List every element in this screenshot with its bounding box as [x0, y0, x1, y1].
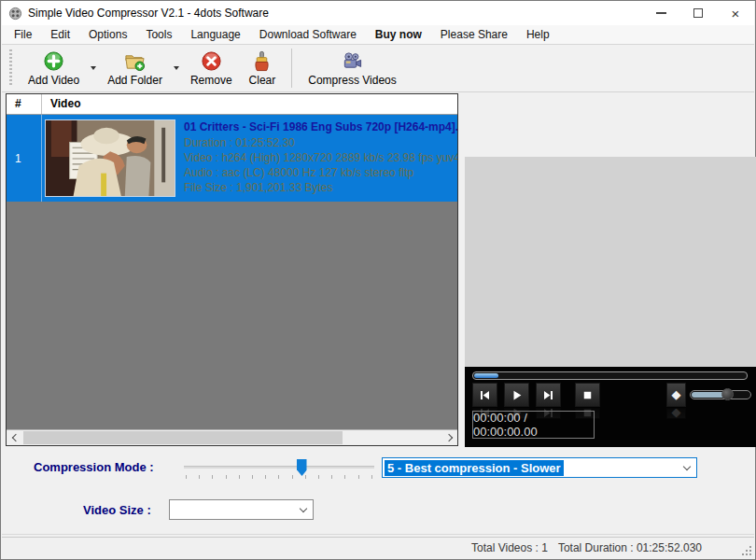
menu-download-software[interactable]: Download Software — [250, 25, 366, 45]
compression-slider-thumb[interactable] — [297, 459, 307, 476]
stop-icon — [581, 388, 595, 402]
speaker-icon: ◆ — [672, 383, 681, 407]
toolbar-grip[interactable] — [9, 49, 12, 87]
video-thumbnail — [45, 119, 175, 197]
skip-end-button[interactable] — [536, 383, 561, 407]
column-header-video[interactable]: Video — [42, 94, 80, 114]
compression-mode-select[interactable]: 5 - Best compression - Slower — [382, 457, 697, 478]
resize-grip-icon[interactable] — [742, 546, 751, 555]
skip-start-icon — [478, 388, 492, 402]
add-video-dropdown[interactable] — [88, 47, 99, 90]
mute-button: ◆ — [666, 408, 686, 419]
compress-videos-button[interactable]: Compress Videos — [300, 47, 405, 90]
clear-icon — [251, 50, 273, 72]
column-header-number[interactable]: # — [7, 94, 42, 114]
seek-progress — [474, 373, 498, 378]
dropdown-arrow-icon — [174, 66, 179, 70]
minimize-icon — [656, 12, 666, 14]
video-size-label: Video Size : — [83, 503, 151, 517]
volume-slider[interactable] — [690, 390, 751, 399]
menu-language[interactable]: Language — [181, 25, 249, 45]
add-folder-icon — [124, 50, 146, 72]
audio-stream-info: Audio : aac (LC) 48000 Hz 127 kb/s stere… — [184, 165, 457, 180]
clear-button[interactable]: Clear — [241, 47, 285, 90]
seek-bar[interactable] — [472, 371, 748, 380]
play-button[interactable] — [504, 383, 529, 407]
remove-button[interactable]: Remove — [182, 47, 241, 90]
menu-buy-now[interactable]: Buy now — [366, 25, 431, 45]
volume-controls: ◆ ◆ — [666, 383, 751, 419]
speaker-icon: ◆ — [672, 408, 681, 419]
skip-start-button[interactable] — [472, 383, 497, 407]
horizontal-scrollbar[interactable] — [7, 429, 457, 445]
maximize-icon — [693, 8, 703, 18]
skip-end-icon — [541, 388, 555, 402]
title-bar: Simple Video Compressor V2.1 - 4dots Sof… — [2, 1, 754, 25]
video-preview-area — [465, 157, 756, 367]
remove-icon — [201, 50, 222, 72]
add-video-icon — [43, 50, 64, 72]
maximize-button[interactable] — [679, 1, 717, 25]
video-list: # Video 1 — [6, 93, 458, 446]
status-total-duration: Total Duration : 01:25:52.030 — [558, 541, 702, 554]
mute-button[interactable]: ◆ — [666, 383, 686, 407]
toolbar-separator — [291, 49, 292, 88]
compression-slider[interactable] — [184, 457, 374, 483]
chevron-right-icon — [444, 434, 452, 441]
scroll-right-button[interactable] — [441, 430, 457, 445]
add-video-button[interactable]: Add Video — [20, 47, 88, 90]
menu-file[interactable]: File — [5, 25, 41, 45]
menu-options[interactable]: Options — [79, 25, 136, 45]
video-duration: Duration : 01:25:52.30 — [184, 135, 457, 150]
video-row-info: 01 Critters - Sci-Fi 1986 Eng Subs 720p … — [177, 115, 457, 202]
video-row[interactable]: 1 — [7, 115, 457, 202]
scroll-left-button[interactable] — [7, 430, 22, 445]
video-title: 01 Critters - Sci-Fi 1986 Eng Subs 720p … — [184, 120, 457, 133]
menu-tools[interactable]: Tools — [136, 25, 181, 45]
menu-help[interactable]: Help — [517, 25, 559, 45]
close-button[interactable]: × — [717, 1, 754, 25]
stop-button[interactable] — [575, 383, 600, 407]
play-icon — [510, 388, 524, 402]
compress-videos-label: Compress Videos — [308, 74, 397, 87]
media-player: ◆ ◆ 00:00:00 / 00:00:00.00 — [465, 367, 756, 447]
status-bar: Total Videos : 1 Total Duration : 01:25:… — [2, 537, 754, 558]
compression-slider-ticks — [186, 475, 372, 479]
video-list-header: # Video — [7, 94, 457, 115]
chevron-down-icon — [683, 463, 691, 470]
dropdown-arrow-icon — [91, 66, 96, 70]
close-icon: × — [732, 7, 740, 21]
video-size-select[interactable] — [169, 499, 314, 520]
minimize-button[interactable] — [642, 1, 679, 25]
remove-label: Remove — [190, 74, 232, 87]
volume-thumb[interactable] — [721, 388, 734, 400]
menu-please-share[interactable]: Please Share — [431, 25, 517, 45]
compression-mode-value: 5 - Best compression - Slower — [385, 460, 564, 476]
window-title: Simple Video Compressor V2.1 - 4dots Sof… — [28, 7, 269, 20]
video-row-number: 1 — [7, 115, 42, 202]
status-separator — [2, 534, 754, 535]
menu-bar: File Edit Options Tools Language Downloa… — [2, 25, 754, 45]
compression-mode-label: Compression Mode : — [34, 460, 154, 474]
app-icon — [8, 7, 22, 21]
clear-label: Clear — [249, 74, 276, 87]
toolbar: Add Video Add Folder Remove — [2, 45, 754, 92]
compress-videos-icon — [342, 50, 363, 72]
chevron-left-icon — [11, 434, 19, 441]
add-folder-button[interactable]: Add Folder — [99, 47, 171, 90]
add-folder-dropdown[interactable] — [171, 47, 182, 90]
add-folder-label: Add Folder — [107, 74, 162, 87]
video-file-size: File Size : 1,901,201.33 Bytes — [184, 180, 457, 195]
status-total-videos: Total Videos : 1 — [471, 541, 548, 554]
video-stream-info: Video : h264 (High) 1280x720 2889 kb/s 2… — [184, 150, 457, 165]
chevron-down-icon — [300, 505, 307, 512]
app-window: Simple Video Compressor V2.1 - 4dots Sof… — [0, 0, 756, 560]
slider-track — [184, 466, 374, 469]
time-display: 00:00:00 / 00:00:00.00 — [472, 411, 595, 439]
scrollbar-thumb[interactable] — [23, 431, 343, 444]
add-video-label: Add Video — [28, 74, 79, 87]
menu-edit[interactable]: Edit — [41, 25, 79, 45]
